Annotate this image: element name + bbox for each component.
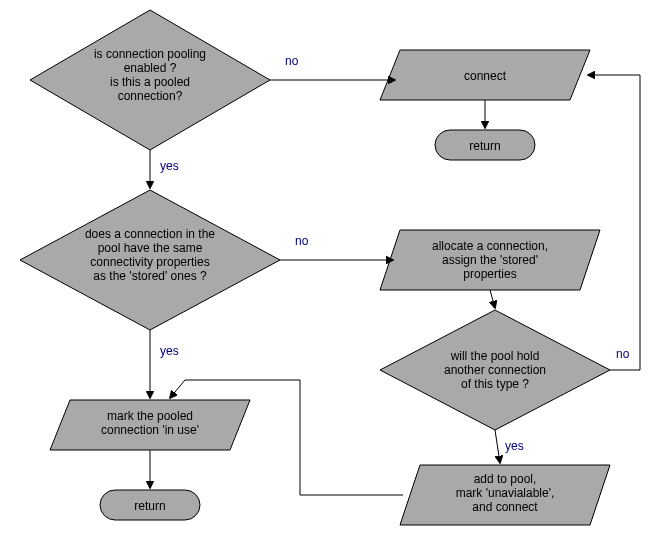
svg-text:connection 'in use': connection 'in use' <box>101 423 199 437</box>
edge-d3-yes <box>495 430 500 463</box>
label-d2-no: no <box>295 234 309 248</box>
flowchart: is connection pooling enabled ? is this … <box>0 0 662 557</box>
svg-text:of this type ?: of this type ? <box>461 377 529 391</box>
svg-text:another connection: another connection <box>444 363 546 377</box>
terminator-return-top: return <box>435 130 535 160</box>
decision-pool-hold: will the pool hold another connection of… <box>380 310 610 430</box>
svg-text:assign the 'stored': assign the 'stored' <box>442 253 538 267</box>
decision-same-properties: does a connection in the pool have the s… <box>20 190 280 330</box>
label-d3-no: no <box>616 347 630 361</box>
svg-text:connection?: connection? <box>118 89 183 103</box>
svg-text:will the pool hold: will the pool hold <box>450 349 540 363</box>
svg-text:connectivity properties: connectivity properties <box>90 255 209 269</box>
svg-text:pool have the same: pool have the same <box>98 241 203 255</box>
svg-text:is connection pooling: is connection pooling <box>94 47 206 61</box>
svg-text:connect: connect <box>464 69 507 83</box>
decision-pooling-enabled: is connection pooling enabled ? is this … <box>30 10 270 150</box>
svg-text:does a connection in the: does a connection in the <box>85 227 215 241</box>
label-d3-yes: yes <box>505 439 524 453</box>
label-d1-no: no <box>285 54 299 68</box>
label-d2-yes: yes <box>160 344 179 358</box>
svg-text:allocate a connection,: allocate a connection, <box>432 239 548 253</box>
process-add-to-pool: add to pool, mark 'unavialable', and con… <box>400 465 610 525</box>
svg-text:add to pool,: add to pool, <box>474 472 537 486</box>
svg-text:as the 'stored' ones ?: as the 'stored' ones ? <box>93 269 207 283</box>
svg-text:is this a pooled: is this a pooled <box>110 75 190 89</box>
edge-d3-no <box>588 75 640 370</box>
edge-alloc-d3 <box>490 290 495 308</box>
terminator-return-bottom: return <box>100 490 200 520</box>
process-mark-in-use: mark the pooled connection 'in use' <box>50 400 250 450</box>
svg-text:and connect: and connect <box>472 500 538 514</box>
svg-text:mark the pooled: mark the pooled <box>107 409 193 423</box>
svg-text:mark 'unavialable',: mark 'unavialable', <box>456 486 555 500</box>
label-d1-yes: yes <box>160 159 179 173</box>
svg-text:return: return <box>134 499 165 513</box>
svg-text:properties: properties <box>463 267 516 281</box>
svg-text:return: return <box>469 139 500 153</box>
svg-text:enabled ?: enabled ? <box>124 61 177 75</box>
process-connect: connect <box>380 50 590 100</box>
process-allocate: allocate a connection, assign the 'store… <box>380 230 600 290</box>
